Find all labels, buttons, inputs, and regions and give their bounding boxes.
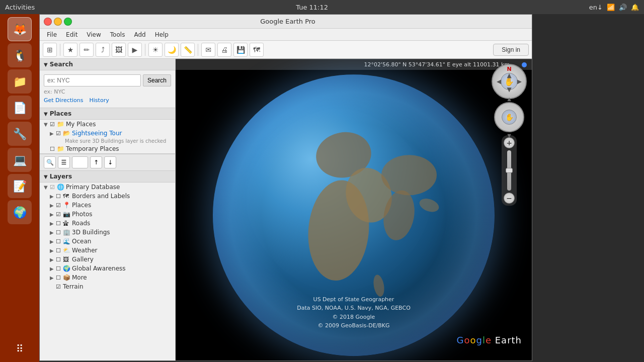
menu-edit[interactable]: Edit xyxy=(62,30,82,39)
toolbar-record-btn[interactable]: ▶ xyxy=(128,43,142,57)
layer-ocean[interactable]: ▶ 🌊 Ocean xyxy=(40,237,175,246)
places-search-btn[interactable]: 🔍 xyxy=(44,156,56,168)
menu-view[interactable]: View xyxy=(83,30,105,39)
places-layer-check[interactable] xyxy=(56,202,63,209)
toolbar-placemark-btn[interactable]: ★ xyxy=(63,43,77,57)
activities-label[interactable]: Activities xyxy=(5,4,35,11)
menu-file[interactable]: File xyxy=(43,30,61,39)
toolbar-map-btn[interactable]: 🗺 xyxy=(250,43,264,57)
menu-bar: File Edit View Tools Add Help xyxy=(40,29,532,41)
gallery-check[interactable] xyxy=(56,256,63,263)
buildings-check[interactable] xyxy=(56,229,63,236)
toolbar-ruler-btn[interactable]: 📏 xyxy=(181,43,195,57)
sightseeing-tour-item[interactable]: ▶ 📂 Sightseeing Tour xyxy=(40,129,175,138)
borders-expand[interactable]: ▶ xyxy=(50,194,56,199)
history-link[interactable]: History xyxy=(90,97,109,104)
my-places-expand[interactable]: ▼ xyxy=(44,122,50,127)
gallery-expand[interactable]: ▶ xyxy=(50,257,56,262)
roads-icon: 🛣 xyxy=(63,220,71,227)
primary-db-item[interactable]: ▼ 🌐 Primary Database xyxy=(40,183,175,192)
close-button[interactable] xyxy=(44,18,52,26)
places-up-btn[interactable]: ↑ xyxy=(90,156,102,168)
weather-check[interactable] xyxy=(56,247,63,254)
search-button[interactable]: Search xyxy=(143,74,171,86)
search-input[interactable] xyxy=(44,74,141,86)
zoom-handle[interactable] xyxy=(506,168,513,173)
primary-db-expand[interactable]: ▼ xyxy=(44,185,50,190)
layer-photos[interactable]: ▶ 📷 Photos xyxy=(40,210,175,219)
minimize-button[interactable] xyxy=(54,18,62,26)
globe-area[interactable]: US Dept of State Geographer Data SIO, NO… xyxy=(176,59,532,360)
taskbar-icon-notes[interactable]: 📝 xyxy=(8,174,32,198)
layer-borders[interactable]: ▶ 🗺 Borders and Labels xyxy=(40,192,175,201)
roads-check[interactable] xyxy=(56,220,63,227)
places-section-header[interactable]: ▼ Places xyxy=(40,108,175,120)
layer-weather[interactable]: ▶ ⛅ Weather xyxy=(40,246,175,255)
temporary-places-item[interactable]: 📁 Temporary Places xyxy=(40,144,175,153)
sign-in-button[interactable]: Sign in xyxy=(493,44,529,56)
globe[interactable] xyxy=(213,74,495,356)
zoom-slider[interactable] xyxy=(507,150,511,191)
taskbar-icon-files[interactable]: 📁 xyxy=(8,69,32,94)
primary-db-check[interactable] xyxy=(50,184,57,191)
toolbar-sky-btn[interactable]: 🌙 xyxy=(165,43,179,57)
layer-terrain[interactable]: Terrain xyxy=(40,282,175,291)
zoom-out-button[interactable]: − xyxy=(504,193,515,204)
layer-places[interactable]: ▶ 📍 Places xyxy=(40,201,175,210)
toolbar-print-btn[interactable]: 🖨 xyxy=(217,43,231,57)
layer-more[interactable]: ▶ 📦 More xyxy=(40,273,175,282)
ocean-expand[interactable]: ▶ xyxy=(50,239,56,244)
tilt-inner[interactable]: ✋ xyxy=(502,110,517,125)
terrain-check[interactable] xyxy=(56,284,63,290)
places-layer-expand[interactable]: ▶ xyxy=(50,203,56,208)
menu-tools[interactable]: Tools xyxy=(106,30,129,39)
global-check[interactable] xyxy=(56,265,63,272)
taskbar-icon-tools[interactable]: 🔧 xyxy=(8,122,32,146)
tilt-control[interactable]: ▲ ✋ ▼ xyxy=(494,102,524,132)
taskbar-apps-grid[interactable]: ⠿ xyxy=(16,343,24,355)
ocean-check[interactable] xyxy=(56,238,63,245)
my-places-item[interactable]: ▼ 📁 My Places xyxy=(40,120,175,129)
toolbar-grid-btn[interactable]: ⊞ xyxy=(43,43,57,57)
zoom-in-button[interactable]: + xyxy=(504,137,515,148)
my-places-check[interactable] xyxy=(50,121,57,128)
toolbar-email-btn[interactable]: ✉ xyxy=(201,43,215,57)
taskbar-icon-terminal[interactable]: 💻 xyxy=(8,148,32,172)
layer-roads[interactable]: ▶ 🛣 Roads xyxy=(40,219,175,228)
photos-expand[interactable]: ▶ xyxy=(50,212,56,217)
search-section-header[interactable]: ▼ Search xyxy=(40,59,175,70)
global-expand[interactable]: ▶ xyxy=(50,266,56,272)
roads-expand[interactable]: ▶ xyxy=(50,221,56,226)
layer-global-awareness[interactable]: ▶ 🌍 Global Awareness xyxy=(40,264,175,273)
layers-section-header[interactable]: ▼ Layers xyxy=(40,171,175,183)
toolbar-polygon-btn[interactable]: ✏ xyxy=(79,43,94,57)
compass-ring[interactable]: N ▲ ▼ ◀ ▶ ✋ xyxy=(492,64,527,99)
taskbar-icon-penguin[interactable]: 🐧 xyxy=(8,43,32,67)
places-blank-btn[interactable] xyxy=(72,156,88,168)
weather-expand[interactable]: ▶ xyxy=(50,248,56,253)
toolbar-save-btn[interactable]: 💾 xyxy=(233,43,248,57)
layer-gallery[interactable]: ▶ 🖼 Gallery xyxy=(40,255,175,264)
borders-check[interactable] xyxy=(56,193,63,200)
places-down-btn[interactable]: ↓ xyxy=(104,156,116,168)
layer-3d-buildings[interactable]: ▶ 🏢 3D Buildings xyxy=(40,228,175,237)
temp-check[interactable] xyxy=(50,146,57,152)
get-directions-link[interactable]: Get Directions xyxy=(44,97,84,104)
photos-check[interactable] xyxy=(56,211,63,218)
lang-indicator[interactable]: en↓ xyxy=(589,4,603,11)
menu-add[interactable]: Add xyxy=(130,30,149,39)
more-check[interactable] xyxy=(56,275,63,281)
taskbar-icon-earth[interactable]: 🌍 xyxy=(8,200,32,224)
taskbar-icon-firefox[interactable]: 🦊 xyxy=(8,17,32,41)
taskbar-icon-docs[interactable]: 📄 xyxy=(8,96,32,120)
toolbar-sun-btn[interactable]: ☀ xyxy=(148,43,163,57)
buildings-expand[interactable]: ▶ xyxy=(50,230,56,235)
toolbar-path-btn[interactable]: ⤴ xyxy=(96,43,110,57)
places-list-btn[interactable]: ☰ xyxy=(58,156,70,168)
menu-help[interactable]: Help xyxy=(151,30,173,39)
toolbar-overlay-btn[interactable]: 🖼 xyxy=(112,43,126,57)
more-expand[interactable]: ▶ xyxy=(50,275,56,281)
sightseeing-expand[interactable]: ▶ xyxy=(50,131,56,136)
sightseeing-check[interactable] xyxy=(56,130,63,137)
maximize-button[interactable] xyxy=(64,18,72,26)
